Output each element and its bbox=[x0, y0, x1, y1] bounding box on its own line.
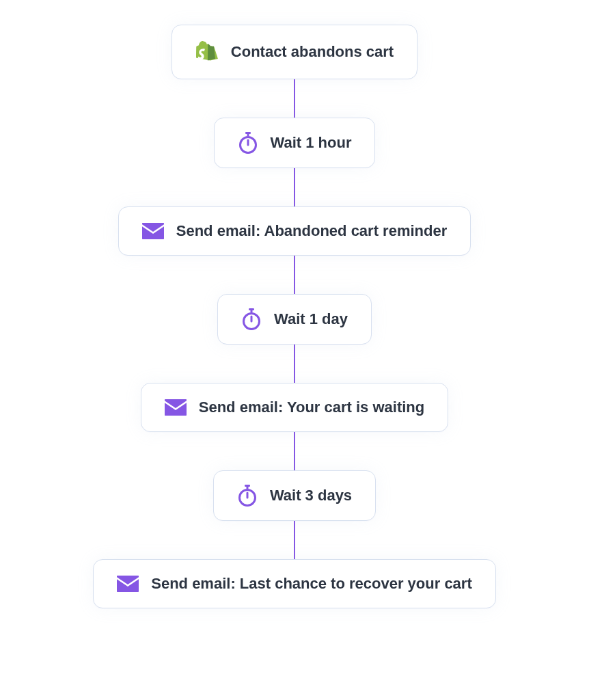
node-label: Send email: Abandoned cart reminder bbox=[176, 222, 448, 240]
workflow-node-email[interactable]: Send email: Last chance to recover your … bbox=[93, 559, 496, 608]
node-label: Wait 1 hour bbox=[271, 134, 352, 152]
workflow-node-wait[interactable]: Wait 1 hour bbox=[214, 118, 376, 168]
workflow-node-wait[interactable]: Wait 1 day bbox=[217, 294, 372, 345]
workflow-canvas: Contact abandons cart Wait 1 hour Send e… bbox=[0, 0, 589, 700]
connector-line bbox=[294, 345, 295, 383]
node-label: Wait 3 days bbox=[270, 487, 352, 504]
node-label: Send email: Last chance to recover your … bbox=[151, 575, 472, 593]
stopwatch-icon bbox=[241, 308, 262, 330]
node-label: Send email: Your cart is waiting bbox=[199, 399, 425, 416]
connector-line bbox=[294, 168, 295, 206]
node-label: Contact abandons cart bbox=[231, 43, 394, 61]
svg-rect-1 bbox=[247, 133, 249, 136]
shopify-bag-icon bbox=[195, 39, 219, 65]
workflow-node-email[interactable]: Send email: Abandoned cart reminder bbox=[118, 206, 471, 256]
workflow-node-wait[interactable]: Wait 3 days bbox=[213, 470, 376, 521]
email-icon bbox=[142, 223, 164, 239]
stopwatch-icon bbox=[237, 485, 258, 507]
svg-rect-5 bbox=[251, 310, 253, 312]
svg-rect-9 bbox=[246, 486, 248, 489]
connector-line bbox=[294, 521, 295, 559]
connector-line bbox=[294, 256, 295, 294]
email-icon bbox=[117, 576, 139, 592]
workflow-node-email[interactable]: Send email: Your cart is waiting bbox=[141, 383, 449, 432]
workflow-node-trigger[interactable]: Contact abandons cart bbox=[172, 25, 417, 79]
node-label: Wait 1 day bbox=[274, 310, 348, 328]
connector-line bbox=[294, 79, 295, 118]
stopwatch-icon bbox=[238, 132, 258, 154]
email-icon bbox=[165, 399, 187, 416]
connector-line bbox=[294, 432, 295, 470]
